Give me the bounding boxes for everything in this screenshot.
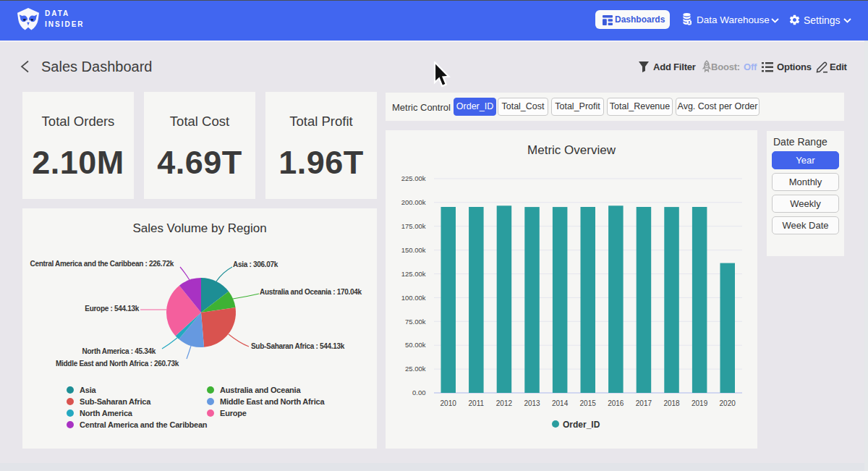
svg-text:2011: 2011 — [469, 399, 485, 407]
svg-text:150.00k: 150.00k — [401, 246, 426, 254]
svg-text:75.00k: 75.00k — [405, 318, 426, 326]
svg-text:2019: 2019 — [692, 399, 708, 407]
svg-text:175.00k: 175.00k — [401, 222, 426, 230]
svg-text:Order_ID: Order_ID — [563, 420, 600, 430]
svg-text:2018: 2018 — [663, 399, 680, 407]
svg-text:225.00k: 225.00k — [401, 174, 426, 182]
svg-text:25.00k: 25.00k — [405, 365, 426, 373]
svg-text:2015: 2015 — [580, 399, 597, 407]
svg-text:2013: 2013 — [524, 399, 540, 407]
svg-text:2020: 2020 — [720, 399, 736, 407]
svg-text:200.00k: 200.00k — [401, 198, 426, 206]
svg-text:2017: 2017 — [636, 399, 652, 407]
svg-text:0.00: 0.00 — [412, 389, 426, 396]
svg-text:2014: 2014 — [552, 399, 569, 407]
svg-text:2016: 2016 — [608, 399, 624, 407]
svg-text:2010: 2010 — [441, 399, 457, 407]
svg-text:100.00k: 100.00k — [401, 294, 426, 302]
svg-text:50.00k: 50.00k — [405, 341, 426, 349]
svg-text:2012: 2012 — [496, 399, 513, 407]
svg-text:125.00k: 125.00k — [401, 270, 426, 278]
